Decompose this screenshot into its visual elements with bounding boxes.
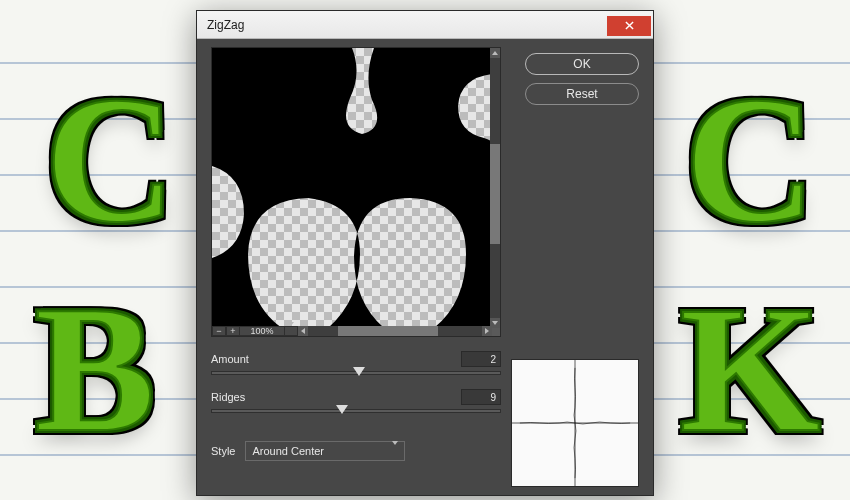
amount-control: Amount 2 — [211, 351, 501, 375]
ridges-field[interactable]: 9 — [461, 389, 501, 405]
bg-letter-b: B — [35, 280, 155, 460]
preview-image[interactable] — [212, 48, 492, 328]
zoom-dropdown[interactable] — [284, 326, 298, 336]
scroll-up-icon[interactable] — [490, 48, 500, 58]
chevron-down-icon — [392, 445, 398, 457]
style-control: Style Around Center — [211, 441, 501, 461]
style-label: Style — [211, 445, 235, 457]
dialog-title: ZigZag — [207, 18, 244, 32]
ridges-control: Ridges 9 — [211, 389, 501, 413]
hscroll-thumb[interactable] — [338, 326, 438, 336]
preview-panel: − + 100% — [211, 47, 501, 337]
ridges-slider[interactable] — [211, 409, 501, 413]
minus-icon: − — [216, 326, 221, 336]
preview-vscrollbar[interactable] — [490, 48, 500, 328]
close-icon — [625, 20, 634, 32]
amount-field[interactable]: 2 — [461, 351, 501, 367]
scroll-left-icon[interactable] — [298, 326, 308, 336]
bg-letter-c-right: C — [685, 70, 815, 250]
chevron-down-icon — [288, 326, 294, 336]
plus-icon: + — [230, 326, 235, 336]
ridges-slider-thumb[interactable] — [336, 405, 348, 414]
titlebar[interactable]: ZigZag — [197, 11, 653, 39]
filter-controls: Amount 2 Ridges 9 Style Arou — [211, 351, 501, 461]
close-button[interactable] — [607, 16, 651, 36]
zoom-value[interactable]: 100% — [240, 326, 284, 336]
scroll-right-icon[interactable] — [482, 326, 492, 336]
zoom-out-button[interactable]: − — [212, 326, 226, 336]
amount-slider[interactable] — [211, 371, 501, 375]
zoom-controls: − + 100% — [212, 326, 298, 336]
reset-button[interactable]: Reset — [525, 83, 639, 105]
ok-button[interactable]: OK — [525, 53, 639, 75]
bg-letter-k: K — [680, 280, 820, 460]
effect-wireframe — [511, 359, 639, 487]
zoom-in-button[interactable]: + — [226, 326, 240, 336]
zigzag-dialog: ZigZag − + 100% — [196, 10, 654, 496]
ridges-label: Ridges — [211, 391, 245, 403]
style-select[interactable]: Around Center — [245, 441, 405, 461]
preview-hscrollbar[interactable] — [298, 326, 492, 336]
vscroll-thumb[interactable] — [490, 144, 500, 244]
style-selected-value: Around Center — [252, 445, 324, 457]
amount-slider-thumb[interactable] — [353, 367, 365, 376]
dialog-buttons: OK Reset — [525, 53, 639, 105]
bg-letter-c-left: C — [45, 70, 175, 250]
amount-label: Amount — [211, 353, 249, 365]
